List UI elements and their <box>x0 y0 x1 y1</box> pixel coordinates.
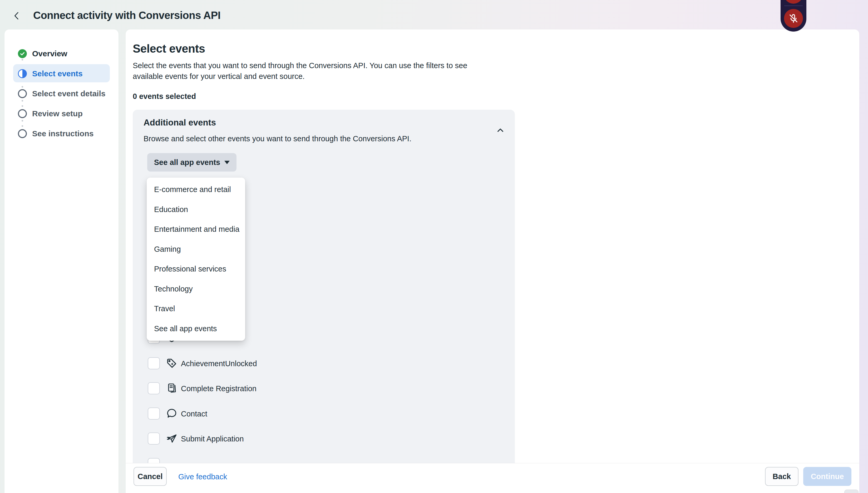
recorder-pill <box>781 0 806 31</box>
dropdown-item-see-all-app-events[interactable]: See all app events <box>147 319 245 339</box>
form-pages-icon <box>166 383 178 394</box>
step-in-progress-icon <box>18 69 27 78</box>
dropdown-item-entertainment[interactable]: Entertainment and media <box>147 219 245 239</box>
sidebar-item-overview[interactable]: Overview <box>4 48 119 59</box>
event-label: Submit Application <box>181 435 244 443</box>
step-connector-dot <box>22 86 23 88</box>
sidebar-item-see-instructions[interactable]: See instructions <box>4 128 119 139</box>
section-description: Select the events that you want to send … <box>133 60 480 82</box>
step-connector-dot <box>22 100 23 102</box>
page-title: Connect activity with Conversions API <box>33 9 220 21</box>
recorder-button-partial[interactable] <box>784 0 803 4</box>
sidebar-item-review-setup[interactable]: Review setup <box>4 108 119 119</box>
step-label: Select event details <box>32 89 105 98</box>
event-checkbox[interactable] <box>148 407 160 420</box>
step-upcoming-icon <box>18 89 27 98</box>
event-label: Contact <box>181 410 207 418</box>
mic-mute-button[interactable] <box>784 9 803 28</box>
chat-bubble-icon <box>166 408 178 419</box>
card-title: Additional events <box>143 117 216 128</box>
recorder-divider <box>784 5 803 6</box>
step-connector-dot <box>22 120 23 122</box>
event-label: Complete Registration <box>181 384 257 393</box>
back-button[interactable] <box>12 10 22 21</box>
chevron-left-icon <box>12 10 22 21</box>
footer-action-bar: Cancel Give feedback Back Continue <box>126 463 859 493</box>
event-checkbox[interactable] <box>148 432 160 445</box>
event-checkbox[interactable] <box>148 357 160 369</box>
main-panel: Select events Select the events that you… <box>126 29 859 493</box>
event-row-complete-registration: Complete Registration <box>133 376 515 401</box>
dropdown-item-travel[interactable]: Travel <box>147 299 245 319</box>
step-complete-icon <box>18 49 27 58</box>
collapse-section-button[interactable] <box>496 126 505 135</box>
caret-down-icon <box>224 161 230 164</box>
section-title: Select events <box>133 42 205 55</box>
step-label: Review setup <box>32 109 83 118</box>
event-row-contact: Contact <box>133 401 515 426</box>
event-row-submit-application: Submit Application <box>133 426 515 451</box>
step-connector-dot <box>22 105 23 107</box>
sidebar-item-select-events[interactable]: Select events <box>4 68 119 79</box>
see-all-app-events-dropdown-button[interactable]: See all app events <box>147 153 237 172</box>
event-checkbox[interactable] <box>148 382 160 394</box>
mic-muted-icon <box>788 13 799 24</box>
give-feedback-link[interactable]: Give feedback <box>178 472 227 481</box>
step-connector-dot <box>22 59 23 61</box>
sidebar-item-select-event-details[interactable]: Select event details <box>4 88 119 99</box>
event-label: AchievementUnlocked <box>181 359 257 368</box>
dropdown-item-education[interactable]: Education <box>147 200 245 220</box>
dropdown-item-ecommerce[interactable]: E-commerce and retail <box>147 180 245 200</box>
step-upcoming-icon <box>18 129 27 138</box>
step-connector-dot <box>22 125 23 127</box>
send-icon <box>166 433 178 444</box>
app-events-dropdown-menu: E-commerce and retail Education Entertai… <box>147 177 245 341</box>
additional-events-card: Additional events Browse and select othe… <box>133 110 515 470</box>
selected-events-count: 0 events selected <box>133 92 196 101</box>
back-button-footer[interactable]: Back <box>765 467 799 486</box>
dropdown-item-technology[interactable]: Technology <box>147 279 245 299</box>
chevron-up-icon <box>496 126 505 135</box>
tag-star-icon <box>166 358 178 369</box>
dropdown-item-professional-services[interactable]: Professional services <box>147 259 245 279</box>
step-label: Overview <box>32 49 67 58</box>
step-label: See instructions <box>32 129 94 138</box>
event-row-achievementunlocked: AchievementUnlocked <box>133 351 515 376</box>
step-upcoming-icon <box>18 109 27 118</box>
continue-button[interactable]: Continue <box>803 467 851 486</box>
cancel-button[interactable]: Cancel <box>134 467 167 486</box>
card-description: Browse and select other events you want … <box>143 134 411 143</box>
step-label: Select events <box>32 69 83 78</box>
filter-button-label: See all app events <box>154 158 220 167</box>
steps-sidebar: Overview Select events Select event deta… <box>4 29 119 493</box>
dropdown-item-gaming[interactable]: Gaming <box>147 239 245 259</box>
help-button-partial[interactable] <box>844 490 859 493</box>
